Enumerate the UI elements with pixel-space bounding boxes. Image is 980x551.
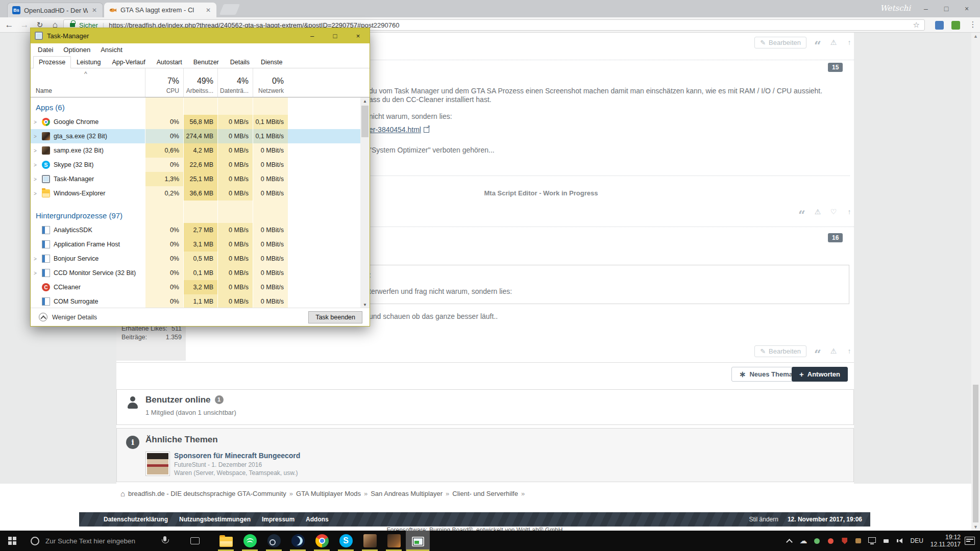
extension-icon-2[interactable] — [951, 21, 960, 30]
start-button[interactable] — [0, 531, 24, 551]
scrollbar-thumb[interactable] — [361, 106, 369, 137]
end-task-button[interactable]: Task beenden — [308, 311, 362, 323]
process-row[interactable]: >CCD Monitor Service (32 Bit)0%0,1 MB0 M… — [31, 266, 360, 280]
change-style-link[interactable]: Stil ändern — [749, 516, 778, 523]
process-row[interactable]: >samp.exe (32 Bit)0,6%4,2 MB0 MB/s0 MBit… — [31, 143, 360, 158]
taskbar-app-task-manager[interactable] — [406, 531, 430, 551]
column-header-net[interactable]: 0%Netzwerk — [253, 68, 288, 97]
column-header-cpu[interactable]: 7%CPU — [145, 68, 183, 97]
action-center-icon[interactable] — [965, 537, 975, 545]
tm-tab-app-verlauf[interactable]: App-Verlauf — [106, 56, 151, 68]
process-row[interactable]: >gta_sa.exe (32 Bit)0%274,4 MB0 MB/s0,1 … — [31, 129, 360, 143]
taskbar-app-media-player[interactable] — [286, 531, 310, 551]
column-header-name[interactable]: ^ Name — [31, 68, 145, 97]
process-row[interactable]: >Windows-Explorer0,2%36,6 MB0 MB/s0 MBit… — [31, 186, 360, 201]
footer-link-datenschutzerklärung[interactable]: Datenschutzerklärung — [104, 516, 168, 523]
scrollbar-thumb[interactable] — [973, 385, 978, 522]
fewer-details-toggle[interactable]: Weniger Details — [39, 313, 97, 321]
up-icon[interactable] — [845, 346, 854, 356]
new-thread-button[interactable]: Neues Thema — [731, 367, 800, 382]
tm-tab-leistung[interactable]: Leistung — [71, 56, 106, 68]
taskbar-clock[interactable]: 19:12 12.11.2017 — [930, 534, 961, 548]
expand-chevron-icon[interactable]: > — [34, 177, 42, 182]
microphone-icon[interactable] — [160, 535, 170, 546]
new-tab-button[interactable] — [219, 4, 240, 15]
column-header-mem[interactable]: 49%Arbeitss... — [183, 68, 217, 97]
alert-icon[interactable] — [829, 346, 838, 356]
expand-chevron-icon[interactable]: > — [34, 148, 42, 154]
monitor-icon[interactable] — [868, 537, 876, 545]
antivirus-red-icon[interactable] — [826, 537, 835, 545]
expand-chevron-icon[interactable]: > — [34, 162, 42, 168]
taskbar-app-gta-sa[interactable] — [382, 531, 406, 551]
taskbar-search[interactable]: Zur Suche Text hier eingeben — [45, 537, 145, 545]
tm-tab-details[interactable]: Details — [225, 56, 255, 68]
process-group-header[interactable]: Hintergrundprozesse (97) — [31, 201, 360, 223]
tm-tab-prozesse[interactable]: Prozesse — [33, 56, 71, 68]
minimize-button[interactable]: – — [301, 28, 324, 43]
maximize-button[interactable]: □ — [324, 28, 347, 43]
alert-icon[interactable] — [829, 38, 838, 47]
taskbar-app-samp[interactable] — [358, 531, 382, 551]
page-scrollbar[interactable]: ▲ ▼ — [971, 33, 980, 531]
close-button[interactable]: × — [957, 5, 977, 13]
menu-ansicht[interactable]: Ansicht — [95, 46, 128, 54]
expand-chevron-icon[interactable]: > — [34, 134, 42, 139]
speaker-icon[interactable] — [895, 537, 904, 545]
bookmark-star-icon[interactable]: ☆ — [913, 20, 920, 30]
taskbar-app-steam[interactable] — [262, 531, 286, 551]
home-icon[interactable] — [120, 489, 125, 498]
up-icon[interactable] — [845, 207, 854, 216]
task-manager-title-bar[interactable]: Task-Manager – □ × — [31, 28, 370, 43]
hidden-icons-chevron-icon[interactable] — [785, 537, 794, 545]
tab-close-icon[interactable]: ✕ — [91, 7, 98, 14]
store-bag-icon[interactable] — [854, 537, 863, 545]
expand-chevron-icon[interactable]: > — [34, 119, 42, 125]
expand-chevron-icon[interactable]: > — [34, 191, 42, 196]
usb-plug-icon[interactable] — [881, 537, 890, 545]
browser-menu-icon[interactable]: ⋮ — [968, 20, 978, 29]
edit-button[interactable]: Bearbeiten — [754, 345, 806, 357]
process-row[interactable]: >Google Chrome0%56,8 MB0 MB/s0,1 MBit/s — [31, 115, 360, 129]
process-row[interactable]: >Task-Manager1,3%25,1 MB0 MB/s0 MBit/s — [31, 172, 360, 186]
tm-tab-benutzer[interactable]: Benutzer — [188, 56, 225, 68]
expand-chevron-icon[interactable]: > — [34, 256, 42, 262]
similar-topic-link[interactable]: Sponsoren für Minecraft Bungeecord — [174, 452, 300, 460]
up-icon[interactable] — [845, 38, 854, 47]
close-button[interactable]: × — [347, 28, 370, 43]
quote-icon[interactable] — [797, 207, 806, 216]
antivirus-green-icon[interactable] — [813, 537, 821, 545]
tm-tab-dienste[interactable]: Dienste — [255, 56, 288, 68]
scroll-up-arrow[interactable]: ▲ — [971, 34, 980, 39]
process-group-header[interactable]: Apps (6) — [31, 97, 360, 115]
back-icon[interactable]: ← — [2, 17, 16, 32]
tm-tab-autostart[interactable]: Autostart — [151, 56, 188, 68]
topic-thumbnail[interactable] — [145, 452, 170, 476]
task-view-icon[interactable] — [190, 537, 200, 544]
scroll-down-arrow[interactable]: ▼ — [360, 303, 370, 307]
footer-link-addons[interactable]: Addons — [306, 516, 329, 523]
taskbar-app-file-explorer[interactable] — [214, 531, 238, 551]
taskbar-app-spotify[interactable] — [238, 531, 262, 551]
process-row[interactable]: Application Frame Host0%3,1 MB0 MB/s0 MB… — [31, 237, 360, 252]
menu-optionen[interactable]: Optionen — [58, 46, 95, 54]
onedrive-cloud-icon[interactable] — [799, 537, 807, 545]
cortana-icon[interactable] — [31, 537, 39, 545]
process-row[interactable]: AnalyticsSDK0%2,7 MB0 MB/s0 MBit/s — [31, 223, 360, 237]
edit-button[interactable]: Bearbeiten — [754, 37, 806, 48]
process-row[interactable]: >Bonjour Service0%0,5 MB0 MB/s0 MBit/s — [31, 252, 360, 266]
post15-link[interactable]: er-3840454.html — [369, 126, 429, 134]
tab-close-icon[interactable]: ✕ — [205, 7, 212, 14]
footer-link-nutzungsbestimmungen[interactable]: Nutzungsbestimmungen — [179, 516, 251, 523]
taskbar-app-skype[interactable] — [334, 531, 358, 551]
tm-scrollbar[interactable]: ▲ ▼ — [360, 97, 370, 309]
reply-button[interactable]: Antworten — [792, 367, 848, 382]
footer-link-impressum[interactable]: Impressum — [262, 516, 295, 523]
like-icon[interactable] — [829, 207, 838, 216]
breadcrumb-link[interactable]: GTA Multiplayer Mods — [296, 490, 361, 497]
taskbar-app-chrome[interactable] — [310, 531, 334, 551]
breadcrumb-link[interactable]: San Andreas Multiplayer — [371, 490, 443, 497]
expand-chevron-icon[interactable]: > — [34, 270, 42, 276]
process-row[interactable]: COM Surrogate0%1,1 MB0 MB/s0 MBit/s — [31, 294, 360, 309]
process-row[interactable]: >Skype (32 Bit)0%22,6 MB0 MB/s0 MBit/s — [31, 158, 360, 172]
